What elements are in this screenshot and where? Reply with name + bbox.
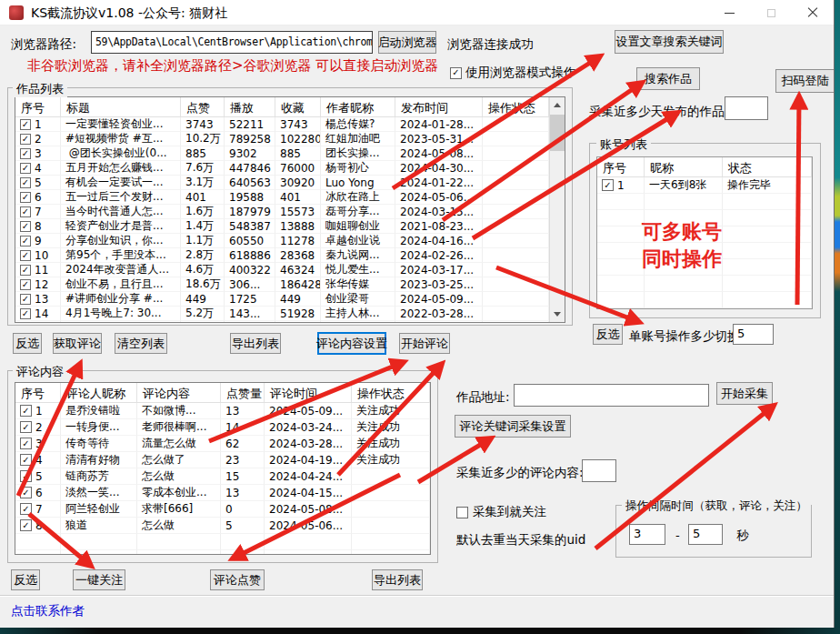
works-invert-button[interactable]: 反选 <box>13 333 42 354</box>
follow-on-capture-checkbox[interactable] <box>456 507 468 518</box>
browser-mode-checkbox[interactable] <box>450 67 462 79</box>
accounts-invert-button[interactable]: 反选 <box>593 324 623 345</box>
table-row[interactable]: 9分享创业知识，你...1.1万6055011278卓越创业说2024-04-1… <box>15 234 565 248</box>
scroll-down-icon[interactable] <box>550 307 565 322</box>
column-header[interactable]: 序号 <box>597 157 645 176</box>
interval-to-input[interactable]: 5 <box>688 524 723 545</box>
maximize-button[interactable] <box>750 0 792 25</box>
row-checkbox[interactable] <box>20 308 31 319</box>
row-checkbox[interactable] <box>20 294 31 305</box>
row-checkbox[interactable] <box>20 265 31 276</box>
row-checkbox[interactable] <box>20 405 32 417</box>
row-checkbox[interactable] <box>20 421 32 433</box>
column-header[interactable]: 标题 <box>61 97 181 116</box>
clear-list-button[interactable]: 清空列表 <box>115 333 167 354</box>
column-header[interactable]: 操作状态 <box>352 383 430 402</box>
table-row[interactable]: 1一定要懂轻资创业...3743522113743楊总传媒?2024-01-28… <box>15 117 565 132</box>
column-header[interactable]: 作者昵称 <box>321 97 395 116</box>
row-checkbox[interactable] <box>20 163 31 174</box>
column-header[interactable]: 昵称 <box>645 157 723 176</box>
table-row[interactable]: 10第95个，手里没本...2.8万61888628368秦九说网...2024… <box>15 248 565 263</box>
table-row[interactable]: 3 @团长实操创业(0...8859302885团长实操...2024-05-0… <box>15 146 565 161</box>
table-row[interactable]: 2一转身便...老师很棒啊...142024-03-24...关注成功 <box>15 419 430 436</box>
scan-login-button[interactable]: 扫码登陆 <box>775 69 835 93</box>
table-row[interactable]: 4清清有好物怎么做了232024-04-19...关注成功 <box>15 452 430 468</box>
account-switch-input[interactable]: 5 <box>733 324 774 345</box>
table-row[interactable]: 4五月开始怎么赚钱...7.6万44784676000杨哥初心2024-04-3… <box>15 161 565 176</box>
browser-path-input[interactable]: 59\AppData\Local\CentBrowser\Application… <box>91 31 373 54</box>
column-header[interactable]: 发布时间 <box>395 97 483 116</box>
keyword-capture-settings-button[interactable]: 评论关键词采集设置 <box>455 415 571 438</box>
table-row[interactable]: 6五一过后三个发财...40119588401冰欣在路上2024-05-06..… <box>15 190 565 205</box>
row-checkbox[interactable] <box>20 221 31 232</box>
row-checkbox[interactable] <box>20 438 32 449</box>
column-header[interactable]: 评论内容 <box>137 383 221 402</box>
table-row[interactable]: 12创业不易，且行且...18.6万306...186428张华传媒2023-0… <box>15 277 565 292</box>
row-checkbox[interactable] <box>602 179 614 191</box>
table-row[interactable]: 7当今时代普通人怎...1.6万18797915573磊哥分享...2024-0… <box>15 205 565 219</box>
row-checkbox[interactable] <box>20 279 31 290</box>
column-header[interactable]: 点赞 <box>181 97 225 116</box>
row-checkbox[interactable] <box>20 177 31 188</box>
column-header[interactable]: 评论人昵称 <box>61 383 137 402</box>
row-checkbox[interactable] <box>20 250 31 261</box>
launch-browser-button[interactable]: 启动浏览器 <box>378 31 436 54</box>
table-row[interactable]: 2#短视频带货 #互...10.2万789258102280红姐加油吧2023-… <box>15 132 565 146</box>
comments-invert-button[interactable]: 反选 <box>11 569 40 590</box>
column-header[interactable]: 状态 <box>723 157 812 176</box>
row-checkbox[interactable] <box>20 134 31 145</box>
row-checkbox[interactable] <box>20 206 31 217</box>
table-row[interactable]: 112024年改变普通人...4.6万40032246324悦儿爱生...202… <box>15 263 565 277</box>
row-checkbox[interactable] <box>20 148 31 159</box>
table-row[interactable]: 6淡然一笑...零成本创业...132024-04-15... <box>15 485 430 501</box>
set-article-keyword-button[interactable]: 设置文章搜索关键词 <box>615 30 724 54</box>
table-row[interactable]: 8轻资产创业才是普...1.4万54838713888咖姐聊创业2021-08-… <box>15 219 565 234</box>
browser-mode-checkbox-group[interactable]: 使用浏览器模式操作 <box>450 65 576 81</box>
get-comments-button[interactable]: 获取评论 <box>53 333 102 354</box>
column-header[interactable]: 评论时间 <box>265 383 352 402</box>
capture-count-input[interactable] <box>582 459 616 482</box>
column-header[interactable]: 播放 <box>225 97 275 116</box>
table-row[interactable]: 13#讲师创业分享 #...4491725449创业梁哥2024-05-09..… <box>15 292 565 307</box>
contact-author-link[interactable]: 点击联系作者 <box>11 603 85 619</box>
row-checkbox[interactable] <box>20 236 31 247</box>
table-row[interactable]: 1一天6到8张操作完毕 <box>597 177 812 194</box>
column-header[interactable]: 操作状态 <box>483 97 549 116</box>
start-capture-button[interactable]: 开始采集 <box>716 382 773 405</box>
row-checkbox[interactable] <box>20 323 31 324</box>
row-checkbox[interactable] <box>20 119 31 130</box>
export-works-button[interactable]: 导出列表 <box>230 333 281 354</box>
column-header[interactable]: 收藏 <box>275 97 321 116</box>
table-row[interactable]: 3传奇等待流量怎么做622024-03-28...关注成功 <box>15 436 430 452</box>
row-checkbox[interactable] <box>20 192 31 203</box>
row-checkbox[interactable] <box>20 503 32 515</box>
table-row[interactable]: 1是乔没错啦不如微博...132024-05-09...关注成功 <box>15 403 430 419</box>
scroll-up-icon[interactable] <box>550 97 565 113</box>
row-checkbox[interactable] <box>20 519 32 531</box>
collect-days-input[interactable] <box>725 96 768 120</box>
row-checkbox[interactable] <box>20 470 32 482</box>
table-row[interactable]: 5有机会一定要试一...3.1万64056330920Luo Yong2024-… <box>15 176 565 190</box>
column-header[interactable]: 点赞量 <box>221 383 265 402</box>
comment-settings-button[interactable]: 评论内容设置 <box>317 332 386 355</box>
table-row[interactable]: 144月1号晚上7: 30...5.2万143...51928主持人林...20… <box>15 307 565 321</box>
like-comments-button[interactable]: 评论点赞 <box>210 569 265 590</box>
minimize-button[interactable] <box>708 0 750 25</box>
start-comment-button[interactable]: 开始评论 <box>399 333 450 354</box>
table-row[interactable]: 5链商苏芳怎么做152024-04-24... <box>15 468 430 485</box>
interval-from-input[interactable]: 3 <box>629 524 665 545</box>
column-header[interactable]: 序号 <box>15 97 61 116</box>
follow-on-capture-group[interactable]: 采集到就关注 <box>456 504 546 520</box>
scrollbar-thumb[interactable] <box>550 115 565 151</box>
column-header[interactable]: 序号 <box>15 383 61 402</box>
follow-all-button[interactable]: 一键关注 <box>73 569 125 590</box>
table-row[interactable]: 7阿兰轻创业求带[666]02024-05-08... <box>15 501 430 518</box>
work-url-input[interactable] <box>514 384 709 407</box>
table-row[interactable]: 8狼道怎么做52024-05-06... <box>15 518 430 534</box>
row-checkbox[interactable] <box>20 454 32 466</box>
works-scrollbar[interactable] <box>549 97 565 322</box>
close-button[interactable] <box>792 0 834 25</box>
export-comments-button[interactable]: 导出列表 <box>372 569 423 590</box>
row-checkbox[interactable] <box>20 487 32 498</box>
search-works-button[interactable]: 搜索作品 <box>636 67 700 90</box>
